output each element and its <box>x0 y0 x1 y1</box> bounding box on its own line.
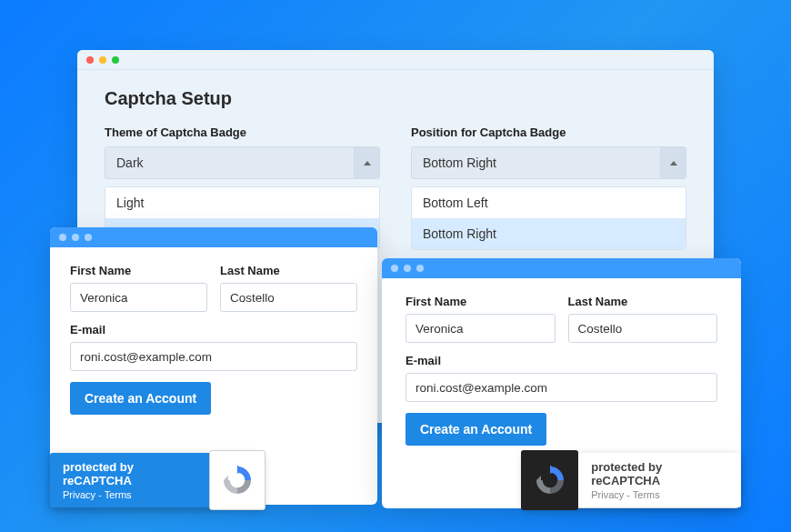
window-titlebar <box>382 258 741 278</box>
theme-select-value: Dark <box>116 156 144 170</box>
last-name-label: Last Name <box>220 264 357 277</box>
recaptcha-link-sep: - <box>95 489 105 500</box>
first-name-input[interactable] <box>70 283 207 312</box>
theme-label: Theme of Captcha Badge <box>105 125 380 139</box>
close-icon[interactable] <box>59 234 66 241</box>
recaptcha-protected-text: protected by reCAPTCHA <box>63 460 196 487</box>
email-label: E-mail <box>70 323 357 336</box>
caret-up-icon <box>670 161 677 166</box>
recaptcha-terms-link[interactable]: Terms <box>105 489 132 500</box>
recaptcha-icon <box>521 450 578 510</box>
caret-up-icon <box>364 161 371 166</box>
last-name-input[interactable] <box>568 314 718 343</box>
last-name-input[interactable] <box>220 283 357 312</box>
page-title: Captcha Setup <box>105 88 686 109</box>
position-select-value: Bottom Right <box>423 156 496 170</box>
theme-select-toggle[interactable] <box>354 147 379 178</box>
create-account-button[interactable]: Create an Account <box>406 413 546 446</box>
window-titlebar <box>50 227 377 247</box>
recaptcha-link-sep: - <box>624 489 633 500</box>
position-options: Bottom Left Bottom Right <box>411 186 686 250</box>
email-input[interactable] <box>70 342 357 371</box>
close-icon[interactable] <box>86 56 94 64</box>
last-name-label: Last Name <box>568 295 718 308</box>
minimize-icon[interactable] <box>72 234 79 241</box>
maximize-icon[interactable] <box>416 265 424 272</box>
recaptcha-icon <box>209 450 265 510</box>
close-icon[interactable] <box>391 265 398 272</box>
recaptcha-privacy-link[interactable]: Privacy <box>63 489 95 500</box>
position-select[interactable]: Bottom Right <box>411 146 686 179</box>
minimize-icon[interactable] <box>404 265 411 272</box>
email-input[interactable] <box>406 373 717 402</box>
theme-select[interactable]: Dark <box>105 146 380 179</box>
recaptcha-terms-link[interactable]: Terms <box>633 489 660 500</box>
position-select-toggle[interactable] <box>660 147 686 178</box>
theme-option-light[interactable]: Light <box>105 187 379 218</box>
first-name-label: First Name <box>70 264 207 277</box>
first-name-input[interactable] <box>406 314 556 343</box>
recaptcha-badge-dark: protected by reCAPTCHA Privacy - Terms <box>524 453 741 507</box>
recaptcha-badge-light: protected by reCAPTCHA Privacy - Terms <box>50 453 263 507</box>
first-name-label: First Name <box>406 295 556 308</box>
recaptcha-privacy-link[interactable]: Privacy <box>591 489 624 500</box>
minimize-icon[interactable] <box>99 56 106 64</box>
window-titlebar <box>77 50 714 70</box>
create-account-button[interactable]: Create an Account <box>70 382 211 415</box>
recaptcha-protected-text: protected by reCAPTCHA <box>591 460 728 487</box>
position-option-bottom-right[interactable]: Bottom Right <box>412 218 686 249</box>
position-option-bottom-left[interactable]: Bottom Left <box>412 187 686 218</box>
maximize-icon[interactable] <box>85 234 92 241</box>
email-label: E-mail <box>406 354 717 367</box>
position-label: Position for Captcha Badge <box>411 125 686 139</box>
maximize-icon[interactable] <box>112 56 119 64</box>
position-field: Position for Captcha Badge Bottom Right … <box>411 125 686 250</box>
